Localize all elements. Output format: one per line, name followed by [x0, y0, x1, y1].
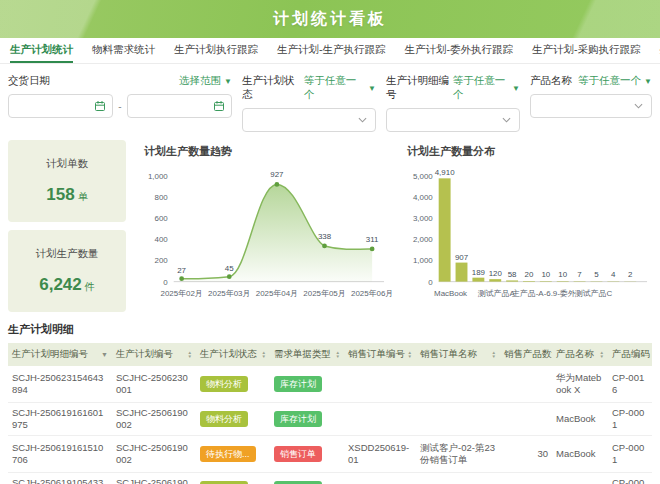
filter-plan-detail-no: 生产计明细编号 等于任意一个 ▼ [386, 72, 520, 132]
date-range-separator: - [118, 101, 121, 112]
tab-plan-purchase-tracking[interactable]: 生产计划-采购执行跟踪 [532, 38, 641, 63]
sort-icon: ▲▼ [408, 351, 412, 359]
bar-label: 120 [489, 269, 503, 278]
tab-plan-outsourcing-tracking[interactable]: 生产计划-委外执行跟踪 [405, 38, 514, 63]
y-tick: 4,000 [413, 193, 433, 202]
trend-line-chart: 1,000 800 600 400 200 0 27 45 927 338 31… [136, 161, 389, 309]
y-tick: 800 [155, 193, 169, 202]
operator-button[interactable]: 等于任意一个 ▼ [578, 74, 652, 88]
filter-label: 交货日期 [8, 74, 50, 88]
stat-label: 计划单数 [8, 157, 126, 171]
trend-chart-title: 计划生产数量趋势 [144, 144, 389, 159]
data-point [179, 276, 184, 281]
page-banner: 计划统计看板 [0, 0, 660, 38]
sort-icon: ▲▼ [600, 351, 604, 359]
bar [456, 263, 468, 282]
caret-down-icon: ▼ [224, 77, 232, 86]
plan-detail-title: 生产计划明细 [8, 322, 652, 337]
operator-button[interactable]: 等于任意一个 ▼ [453, 74, 520, 102]
col-header-doc-type[interactable]: 需求单据类型▲▼ [270, 343, 344, 366]
tab-material-demand-stats[interactable]: 物料需求统计 [92, 38, 155, 63]
doc-type-badge: 库存计划 [274, 411, 322, 427]
date-start-input[interactable] [8, 94, 113, 118]
chevron-down-icon [358, 117, 367, 123]
doc-type-badge: 库存计划 [274, 376, 322, 392]
col-header-plan-no[interactable]: 生产计划编号▲▼ [112, 343, 196, 366]
x-tick: 2025年03月 [208, 289, 250, 298]
status-badge: 物料分析 [200, 411, 248, 427]
y-tick: 5,000 [413, 172, 433, 181]
col-header-detail-no[interactable]: 生产计划明细编号▼ [8, 343, 112, 366]
bar [489, 279, 501, 281]
data-label: 311 [366, 235, 379, 244]
plan-detail-section: 生产计划明细 生产计划明细编号▼ 生产计划编号▲▼ 生产计划状态▲▼ 需求单据类… [0, 312, 660, 484]
x-tick: MacBook [434, 289, 467, 298]
filter-label: 生产计明细编号 [386, 74, 453, 102]
stat-card-plan-count: 计划单数 158单 [8, 140, 126, 222]
data-point [275, 182, 280, 187]
filter-delivery-date: 交货日期 选择范围 ▼ - [8, 72, 232, 132]
sort-icon: ▲▼ [188, 351, 192, 359]
data-label: 338 [318, 232, 332, 241]
calendar-icon [213, 100, 225, 112]
data-label: 927 [270, 170, 283, 179]
tab-plan-execution-tracking[interactable]: 生产计划执行跟踪 [174, 38, 258, 63]
tab-plan-production-tracking[interactable]: 生产计划-生产执行跟踪 [277, 38, 386, 63]
date-end-input[interactable] [127, 94, 232, 118]
distribution-chart-panel: 计划生产数量分布 5,000 4,000 3,000 2,000 1,000 0 [399, 140, 652, 312]
caret-down-icon: ▼ [101, 351, 108, 358]
x-tick: 2025年05月 [303, 289, 345, 298]
table-row: SCJH-250619161510706 SCJHC-2506190002 待执… [8, 436, 652, 473]
stat-number: 158 [46, 185, 74, 204]
area-fill [182, 184, 372, 281]
x-tick: 2025年02月 [160, 289, 202, 298]
tab-production-plan-stats[interactable]: 生产计划统计 [10, 38, 73, 63]
x-tick: 主产品-A-6.9-委外 [512, 289, 576, 298]
status-badge: 物料分析 [200, 376, 248, 392]
y-tick: 200 [155, 256, 169, 265]
bar-label: 20 [525, 270, 534, 279]
bar-label: 2 [628, 270, 632, 279]
bar-label: 10 [558, 270, 567, 279]
col-header-order-no[interactable]: 销售订单编号▲▼ [344, 343, 416, 366]
product-name-select[interactable] [530, 94, 652, 118]
stat-unit: 件 [85, 281, 95, 292]
bar [472, 278, 484, 282]
dashboard-root: 计划统计看板 生产计划统计 物料需求统计 生产计划执行跟踪 生产计划-生产执行跟… [0, 0, 660, 484]
bar-label: 4 [611, 270, 616, 279]
x-tick: 测试产品C [575, 289, 613, 298]
content-row: 计划单数 158单 计划生产数量 6,242件 计划生产数量趋势 [0, 138, 660, 312]
data-point [322, 244, 327, 249]
filter-product-name: 产品名称 等于任意一个 ▼ [530, 72, 652, 132]
plan-status-select[interactable] [242, 108, 376, 132]
operator-label: 等于任意一个 [453, 74, 509, 102]
doc-type-badge: 销售订单 [274, 446, 322, 462]
data-point [370, 247, 375, 252]
operator-button[interactable]: 等于任意一个 ▼ [304, 74, 376, 102]
y-tick: 1,000 [413, 256, 433, 265]
col-header-code[interactable]: 产品编码 [608, 343, 652, 366]
date-range-mode-button[interactable]: 选择范围 ▼ [179, 74, 232, 88]
table-row: SCJH-250619105433703 SCJHC-2506190001 物料… [8, 473, 652, 484]
filter-label: 产品名称 [530, 74, 572, 88]
data-label: 27 [177, 266, 186, 275]
bar-label: 7 [577, 270, 581, 279]
data-point [227, 274, 232, 279]
operator-label: 等于任意一个 [578, 74, 641, 88]
col-header-order-name[interactable]: 销售订单名称▲▼ [416, 343, 500, 366]
y-tick: 3,000 [413, 214, 433, 223]
sort-icon: ▲▼ [262, 351, 266, 359]
y-tick: 600 [155, 214, 169, 223]
table-row: SCJH-250619161601975 SCJHC-2506190002 物料… [8, 403, 652, 436]
col-header-qty[interactable]: 销售产品数量▲▼ [500, 343, 552, 366]
chevron-down-icon [502, 117, 511, 123]
bar [523, 281, 535, 282]
y-tick: 1,000 [148, 172, 168, 181]
col-header-status[interactable]: 生产计划状态▲▼ [196, 343, 270, 366]
sort-icon: ▲▼ [492, 351, 496, 359]
col-header-product[interactable]: 产品名称▲▼ [552, 343, 608, 366]
stat-card-plan-qty: 计划生产数量 6,242件 [8, 230, 126, 312]
bar-label: 5 [594, 270, 599, 279]
plan-detail-no-select[interactable] [386, 108, 520, 132]
y-tick: 0 [428, 278, 433, 287]
